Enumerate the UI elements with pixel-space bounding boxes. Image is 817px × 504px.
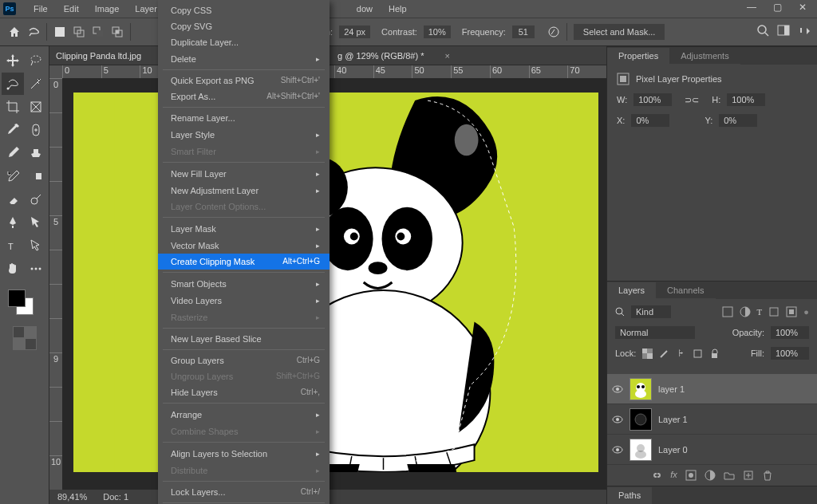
path-select-tool[interactable] <box>25 211 47 234</box>
color-swatches[interactable] <box>2 288 47 320</box>
menu-item[interactable]: Create Clipping MaskAlt+Ctrl+G <box>158 254 330 270</box>
layer-name[interactable]: Layer 1 <box>658 415 688 424</box>
lasso-tool-icon[interactable] <box>27 26 40 38</box>
menu-item[interactable]: New Adjustment Layer <box>158 182 330 199</box>
zoom-level[interactable]: 89,41% <box>57 492 87 502</box>
layers-tab[interactable]: Layers <box>607 282 656 299</box>
workspace-icon[interactable] <box>777 24 790 37</box>
history-brush-tool[interactable] <box>2 165 24 187</box>
x-value[interactable]: 0% <box>631 114 669 127</box>
paths-tab[interactable]: Paths <box>607 487 652 504</box>
menu-item[interactable]: Layer Mask <box>158 220 330 237</box>
more-tools[interactable] <box>25 258 47 280</box>
menu-item[interactable]: Lock Layers...Ctrl+/ <box>158 484 330 500</box>
lock-artboard-icon[interactable] <box>693 348 703 359</box>
new-group-icon[interactable] <box>724 470 735 481</box>
clone-stamp-tool[interactable] <box>25 142 47 164</box>
selection-intersect-icon[interactable] <box>111 26 124 38</box>
new-adjustment-icon[interactable] <box>705 470 716 481</box>
direct-select-tool[interactable] <box>25 234 47 257</box>
frame-tool[interactable] <box>25 96 47 118</box>
hand-tool[interactable] <box>2 258 24 280</box>
menu-item[interactable]: Vector Mask <box>158 237 330 254</box>
lock-transparency-icon[interactable] <box>642 348 653 359</box>
menu-item[interactable]: Copy SVG <box>158 18 330 34</box>
new-layer-icon[interactable] <box>743 470 754 481</box>
pen-pressure-icon[interactable] <box>547 26 560 38</box>
menu-item[interactable]: Video Layers <box>158 292 330 309</box>
menu-help[interactable]: Help <box>381 0 415 18</box>
fill-value[interactable]: 100% <box>771 347 809 360</box>
layer-row[interactable]: Layer 1 <box>607 404 817 435</box>
menu-item[interactable]: Arrange <box>158 406 330 423</box>
h-value[interactable]: 100% <box>727 93 765 106</box>
layer-row[interactable]: Layer 0 <box>607 435 817 465</box>
link-layers-icon[interactable] <box>651 470 662 481</box>
menu-item[interactable]: Hide LayersCtrl+, <box>158 384 330 400</box>
y-value[interactable]: 0% <box>719 114 757 127</box>
search-icon[interactable] <box>615 307 625 317</box>
menu-item[interactable]: Smart Objects <box>158 275 330 292</box>
menu-edit[interactable]: Edit <box>56 0 87 18</box>
magnetic-lasso-tool[interactable] <box>2 73 24 95</box>
width-value[interactable]: 24 px <box>339 26 370 38</box>
foreground-color[interactable] <box>8 289 26 307</box>
healing-brush-tool[interactable] <box>25 119 47 141</box>
contrast-value[interactable]: 10% <box>424 26 451 38</box>
menu-file[interactable]: File <box>26 0 56 18</box>
selection-new-icon[interactable] <box>53 26 66 38</box>
select-and-mask-button[interactable]: Select and Mask... <box>574 24 665 40</box>
menu-item[interactable]: New Fill Layer <box>158 165 330 182</box>
brush-tool[interactable] <box>2 142 24 164</box>
doc-tab-1[interactable]: Clipping Panda ltd.jpg <box>56 51 141 61</box>
menu-item[interactable]: Export As...Alt+Shift+Ctrl+' <box>158 89 330 104</box>
menu-item[interactable]: Copy CSS <box>158 2 330 18</box>
frequency-value[interactable]: 51 <box>512 26 535 38</box>
filter-adjust-icon[interactable] <box>740 306 751 317</box>
move-tool[interactable] <box>2 49 24 72</box>
doc-info[interactable]: Doc: 1 <box>103 492 128 502</box>
menu-item[interactable]: Layer Style <box>158 126 330 143</box>
close-tab-icon[interactable]: × <box>444 51 449 61</box>
filter-pixel-icon[interactable] <box>722 306 733 317</box>
minimize-button[interactable]: — <box>740 0 763 14</box>
magic-wand-tool[interactable] <box>25 73 47 95</box>
selection-add-icon[interactable] <box>73 26 85 38</box>
menu-item[interactable]: Duplicate Layer... <box>158 34 330 50</box>
home-icon[interactable] <box>8 26 21 38</box>
menu-image[interactable]: Image <box>87 0 128 18</box>
w-value[interactable]: 100% <box>633 93 672 106</box>
adjustments-tab[interactable]: Adjustments <box>669 48 740 65</box>
eraser-tool[interactable] <box>2 188 24 211</box>
link-wh-icon[interactable]: ⊃⊂ <box>685 95 699 105</box>
filter-shape-icon[interactable] <box>768 306 780 317</box>
canvas[interactable] <box>73 93 598 472</box>
dodge-tool[interactable] <box>25 188 47 211</box>
visibility-icon[interactable] <box>612 414 623 425</box>
layer-name[interactable]: Layer 0 <box>658 445 688 455</box>
visibility-icon[interactable] <box>612 444 623 455</box>
properties-tab[interactable]: Properties <box>607 48 669 65</box>
menu-window[interactable]: dow <box>349 0 381 18</box>
menu-item[interactable]: Quick Export as PNGShift+Ctrl+' <box>158 73 330 89</box>
filter-toggle-icon[interactable]: ● <box>803 307 809 317</box>
layer-row[interactable]: layer 1 <box>607 374 817 404</box>
pen-tool[interactable] <box>2 211 24 234</box>
eyedropper-tool[interactable] <box>2 119 24 141</box>
close-button[interactable]: ✕ <box>791 0 814 14</box>
menu-item[interactable]: Delete <box>158 50 330 67</box>
lock-all-icon[interactable] <box>709 348 720 359</box>
layer-name[interactable]: layer 1 <box>658 384 685 394</box>
menu-item[interactable]: Align Layers to Selection <box>158 445 330 462</box>
filter-kind[interactable]: Kind <box>631 305 671 318</box>
doc-tab-2[interactable]: g @ 129% (RGB/8#) * <box>337 51 424 61</box>
layer-fx-icon[interactable]: fx <box>670 470 677 481</box>
filter-smart-icon[interactable] <box>786 306 797 317</box>
type-tool[interactable]: T <box>2 234 24 257</box>
lasso-tool[interactable] <box>25 49 47 72</box>
gradient-tool[interactable] <box>25 165 47 187</box>
menu-item[interactable]: New Layer Based Slice <box>158 331 330 347</box>
channels-tab[interactable]: Channels <box>656 282 715 299</box>
ruler-origin[interactable] <box>49 65 62 78</box>
menu-item[interactable]: Rename Layer... <box>158 110 330 126</box>
